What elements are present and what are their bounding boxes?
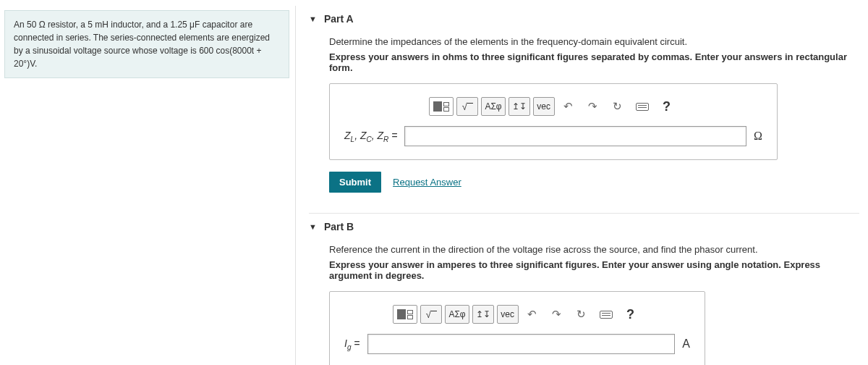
arrows-button[interactable]: ↥↧ — [472, 305, 494, 324]
part-b-input[interactable] — [367, 334, 676, 354]
request-answer-link[interactable]: Request Answer — [393, 177, 461, 188]
part-b-header[interactable]: ▼ Part B — [309, 213, 859, 241]
part-b-title: Part B — [324, 221, 354, 232]
chevron-down-icon: ▼ — [309, 14, 317, 23]
undo-icon[interactable]: ↶ — [522, 305, 543, 324]
part-b-instruction: Express your answer in amperes to three … — [329, 259, 859, 281]
help-icon[interactable]: ? — [656, 97, 678, 116]
sqrt-icon[interactable] — [420, 305, 442, 324]
main-column: ▼ Part A Determine the impedances of the… — [295, 6, 868, 365]
part-a-prompt: Determine the impedances of the elements… — [329, 36, 859, 47]
part-a-unit: Ω — [754, 130, 762, 143]
keyboard-icon[interactable] — [631, 97, 653, 116]
vec-button[interactable]: vec — [533, 97, 555, 116]
template-icon[interactable] — [393, 305, 417, 324]
undo-icon[interactable]: ↶ — [558, 97, 579, 116]
part-a-header[interactable]: ▼ Part A — [309, 6, 859, 33]
sqrt-icon[interactable] — [456, 97, 478, 116]
part-b-answer-box: ΑΣφ ↥↧ vec ↶ ↷ ↻ ? Ig = A — [329, 291, 705, 365]
help-icon[interactable]: ? — [620, 305, 642, 324]
toolbar: ΑΣφ ↥↧ vec ↶ ↷ ↻ ? — [344, 97, 762, 116]
submit-button[interactable]: Submit — [329, 172, 381, 193]
part-a-input[interactable] — [404, 126, 746, 146]
context-column: An 50 Ω resistor, a 5 mH inductor, and a… — [0, 6, 289, 365]
arrows-button[interactable]: ↥↧ — [509, 97, 530, 116]
keyboard-icon[interactable] — [595, 305, 617, 324]
part-a: ▼ Part A Determine the impedances of the… — [309, 6, 859, 193]
template-icon[interactable] — [429, 97, 454, 116]
part-b-prompt: Reference the current in the direction o… — [329, 244, 859, 255]
part-a-title: Part A — [324, 13, 354, 25]
greek-button[interactable]: ΑΣφ — [481, 97, 505, 116]
part-b-lhs: Ig = — [344, 337, 360, 351]
page-root: An 50 Ω resistor, a 5 mH inductor, and a… — [0, 0, 868, 365]
chevron-down-icon: ▼ — [309, 222, 317, 231]
answer-row: ZL, ZC, ZR = Ω — [344, 126, 762, 146]
toolbar: ΑΣφ ↥↧ vec ↶ ↷ ↻ ? — [344, 305, 690, 324]
submit-row: Submit Request Answer — [329, 172, 859, 193]
redo-icon[interactable]: ↷ — [582, 97, 604, 116]
part-a-answer-box: ΑΣφ ↥↧ vec ↶ ↷ ↻ ? ZL, ZC, ZR = — [329, 83, 778, 160]
part-a-lhs: ZL, ZC, ZR = — [344, 130, 397, 143]
greek-button[interactable]: ΑΣφ — [445, 305, 469, 324]
reset-icon[interactable]: ↻ — [571, 305, 592, 324]
reset-icon[interactable]: ↻ — [607, 97, 629, 116]
vec-button[interactable]: vec — [497, 305, 519, 324]
problem-context: An 50 Ω resistor, a 5 mH inductor, and a… — [4, 10, 289, 78]
part-b: ▼ Part B Reference the current in the di… — [309, 213, 859, 365]
part-a-instruction: Express your answers in ohms to three si… — [329, 51, 859, 73]
redo-icon[interactable]: ↷ — [546, 305, 568, 324]
part-b-unit: A — [682, 337, 690, 351]
answer-row: Ig = A — [344, 334, 690, 354]
